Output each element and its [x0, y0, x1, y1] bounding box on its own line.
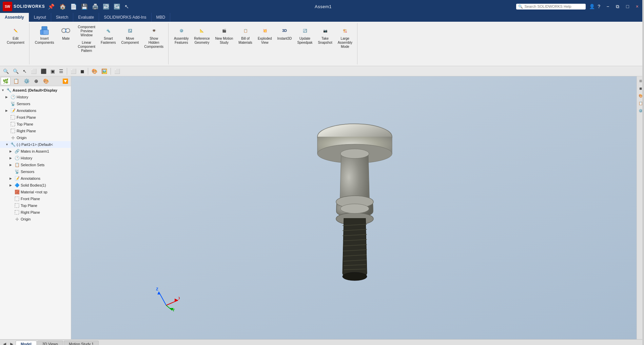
tree-arrow-assem1: ▼: [1, 89, 6, 92]
tree-item-part-top-plane[interactable]: Top Plane: [0, 202, 71, 209]
search-input[interactable]: [524, 4, 579, 8]
pin-icon[interactable]: 📌: [48, 3, 55, 10]
new-motion-study-button[interactable]: 🎬 New MotionStudy: [213, 24, 235, 47]
tree-icon-part-sensors: 📡: [14, 169, 20, 174]
view-options-button[interactable]: ☰: [57, 68, 65, 75]
window-controls: − ⧉ □ ×: [604, 2, 641, 11]
view-front-button[interactable]: ⬜: [29, 68, 38, 75]
tree-label-front-plane: Front Plane: [17, 115, 36, 119]
undo-button[interactable]: ↩️: [101, 3, 111, 11]
select-button[interactable]: ↖: [123, 3, 130, 11]
bill-of-materials-button[interactable]: 📋 Bill ofMaterials: [236, 24, 254, 47]
assembly-features-button[interactable]: ⚙️ AssemblyFeatures: [172, 24, 191, 47]
tree-item-annotations[interactable]: ▶ 📝 Annotations: [0, 107, 71, 114]
tab-mbd[interactable]: MBD: [152, 13, 171, 22]
search-dropdown-icon[interactable]: ▼: [580, 4, 584, 8]
svg-rect-7: [11, 122, 15, 126]
update-speedpak-button[interactable]: 🔄 UpdateSpeedpak: [295, 24, 314, 47]
large-assembly-label: LargeAssemblyMode: [338, 37, 352, 49]
tree-item-material[interactable]: 🧱 Material <not sp: [0, 189, 71, 195]
minimize-button[interactable]: −: [604, 2, 612, 11]
restore-button[interactable]: ⧉: [613, 2, 622, 11]
instant3d-button[interactable]: 3D Instant3D: [275, 24, 294, 47]
tree-item-selection-sets[interactable]: ▶ 📋 Selection Sets: [0, 161, 71, 168]
print-button[interactable]: 🖨️: [91, 3, 100, 11]
linear-pattern-button[interactable]: LinearComponentPattern: [76, 39, 97, 54]
sidebar-filter-icon[interactable]: 🔽: [60, 77, 70, 85]
redo-button[interactable]: ↪️: [112, 3, 122, 11]
tree-label-assem1: Assem1 (Default<Display: [13, 88, 57, 92]
tree-item-top-plane[interactable]: Top Plane: [0, 121, 71, 128]
tab-layout[interactable]: Layout: [29, 13, 51, 22]
tree-item-part1[interactable]: ▼ 🔧 (-) Part1<1> (Default<: [0, 141, 71, 148]
home-button[interactable]: 🏠: [58, 3, 67, 11]
viewbar-separator-3: [111, 68, 111, 75]
new-button[interactable]: 📄: [69, 3, 78, 11]
zoom-in-button[interactable]: 🔍: [11, 68, 20, 75]
component-preview-button[interactable]: ComponentPreviewWindow: [76, 24, 97, 39]
svg-point-4: [66, 28, 70, 33]
instant3d-icon: 3D: [279, 25, 290, 36]
tree-item-part-front-plane[interactable]: Front Plane: [0, 195, 71, 202]
user-icon[interactable]: 👤: [589, 4, 595, 9]
tree-label-origin: Origin: [17, 136, 26, 140]
tree-item-part-annotations[interactable]: ▶ 📝 Annotations: [0, 175, 71, 182]
view-color-button[interactable]: 🎨: [90, 68, 99, 75]
tree-arrow-solid-bodies: ▶: [9, 184, 14, 187]
sidebar-tab-properties[interactable]: 📋: [11, 77, 21, 85]
tree-item-origin[interactable]: ✛ Origin: [0, 134, 71, 141]
tree-item-history[interactable]: ▶ 🕐 History: [0, 94, 71, 100]
tree-item-part-sensors[interactable]: 📡 Sensors: [0, 168, 71, 175]
mate-button[interactable]: Mate: [57, 24, 74, 47]
sidebar-tab-feature-tree[interactable]: 🌿: [1, 77, 11, 85]
viewbar-separator-1: [67, 68, 67, 75]
tab-addins[interactable]: SOLIDWORKS Add-Ins: [99, 13, 151, 22]
move-component-button[interactable]: ↗️ MoveComponent: [119, 24, 141, 47]
tab-assembly[interactable]: Assembly: [0, 13, 29, 22]
tree-icon-right-plane: [10, 128, 16, 134]
titlebar: SW SOLIDWORKS 📌 🏠 📄 💾 🖨️ ↩️ ↪️ ↖ Assem1 …: [0, 0, 644, 13]
3d-viewport[interactable]: Z X Y: [71, 76, 637, 339]
insert-components-button[interactable]: InsertComponents: [33, 24, 56, 47]
view-display-button[interactable]: ⬜: [113, 68, 122, 75]
view-realview-button[interactable]: 🖼️: [100, 68, 109, 75]
next-tab-button[interactable]: ▶: [8, 341, 15, 345]
exploded-view-button[interactable]: 💥 ExplodedView: [256, 24, 274, 47]
tree-item-sensors[interactable]: 📡 Sensors: [0, 100, 71, 107]
view-wireframe-button[interactable]: ⬜: [69, 68, 78, 75]
tree-item-part-right-plane[interactable]: Right Plane: [0, 209, 71, 216]
tab-sketch[interactable]: Sketch: [51, 13, 74, 22]
take-snapshot-button[interactable]: 📷 TakeSnapshot: [316, 24, 334, 47]
ribbon: Assembly Layout Sketch Evaluate SOLIDWOR…: [0, 13, 644, 66]
tree-item-assem1[interactable]: ▼ 🔧 Assem1 (Default<Display: [0, 87, 71, 94]
tree-item-right-plane[interactable]: Right Plane: [0, 128, 71, 134]
view-back-button[interactable]: ⬛: [39, 68, 48, 75]
edit-component-button[interactable]: ✏️ EditComponent: [5, 24, 26, 47]
tree-item-part-origin[interactable]: ✛ Origin: [0, 216, 71, 223]
sidebar-tab-appearance[interactable]: 🎨: [41, 77, 51, 85]
tab-evaluate[interactable]: Evaluate: [73, 13, 99, 22]
view-shaded-button[interactable]: ◼: [79, 68, 86, 75]
bottom-tab-3dviews[interactable]: 3D Views: [37, 341, 63, 345]
close-button[interactable]: ×: [633, 2, 641, 11]
bottom-tab-motion-study[interactable]: Motion Study 1: [64, 341, 99, 345]
smart-fasteners-button[interactable]: 🔩 SmartFasteners: [99, 24, 118, 47]
sidebar-tab-config[interactable]: ⚙️: [22, 77, 32, 85]
restore2-button[interactable]: □: [623, 2, 631, 11]
tree-item-solid-bodies[interactable]: ▶ 🔷 Solid Bodies(1): [0, 182, 71, 189]
show-hidden-button[interactable]: 👁️ ShowHiddenComponents: [142, 24, 165, 50]
tree-item-front-plane[interactable]: Front Plane: [0, 114, 71, 121]
save-button[interactable]: 💾: [80, 3, 89, 11]
search-icon: 🔍: [518, 4, 523, 9]
large-assembly-button[interactable]: 🏗️ LargeAssemblyMode: [336, 24, 354, 50]
select-cursor-button[interactable]: ↖: [21, 68, 28, 75]
zoom-to-fit-button[interactable]: 🔍: [1, 68, 11, 75]
sidebar-tab-display[interactable]: ⊕: [32, 77, 40, 85]
tree-item-part-history[interactable]: ▶ 🕐 History: [0, 155, 71, 161]
help-icon[interactable]: ?: [598, 4, 600, 9]
tree-item-mates[interactable]: ▶ 🔗 Mates in Assem1: [0, 148, 71, 155]
view-top-button[interactable]: ▣: [49, 68, 57, 75]
bottom-tab-model[interactable]: Model: [16, 341, 37, 345]
reference-geometry-button[interactable]: 📐 ReferenceGeometry: [192, 24, 212, 47]
prev-tab-button[interactable]: ◀: [1, 341, 8, 345]
